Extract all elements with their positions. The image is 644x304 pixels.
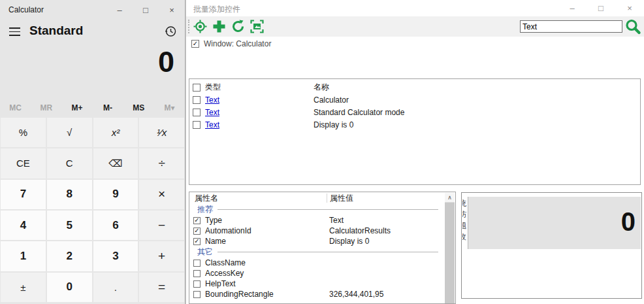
capture-region-icon[interactable]	[250, 19, 265, 34]
property-checkbox[interactable]	[193, 270, 201, 277]
section-other: 其它	[189, 246, 445, 258]
divide-button[interactable]: ÷	[139, 148, 184, 178]
memory-subtract-button[interactable]: M-	[93, 99, 123, 116]
memory-recall-button[interactable]: MR	[31, 99, 61, 116]
negate-button[interactable]: ±	[1, 273, 46, 302]
tool-titlebar: 批量添加控件 – □ ×	[186, 0, 644, 16]
hamburger-menu-icon[interactable]	[9, 27, 20, 36]
multiply-button[interactable]: ×	[139, 180, 184, 209]
memory-store-button[interactable]: MS	[123, 99, 154, 116]
reciprocal-button[interactable]: ¹⁄x	[139, 118, 184, 147]
controls-table-header: 类型 名称	[189, 81, 640, 93]
add-plus-icon[interactable]	[212, 19, 227, 34]
scroll-up-icon[interactable]	[445, 193, 455, 203]
equals-button[interactable]: =	[139, 273, 184, 302]
digit-3-button[interactable]: 3	[93, 241, 138, 271]
screen: Calculator – □ × Standard 0 MC MR M+	[0, 0, 644, 304]
clear-entry-button[interactable]: CE	[1, 148, 46, 178]
window-filter-checkbox[interactable]	[191, 40, 199, 48]
tool-window-title: 批量添加控件	[193, 4, 240, 15]
property-checkbox[interactable]	[193, 291, 201, 298]
maximize-button[interactable]: □	[587, 0, 615, 16]
clear-button[interactable]: C	[47, 148, 92, 178]
property-row: BoundingRectangle 326,344,401,95	[189, 289, 445, 299]
calculator-display: 0	[0, 42, 174, 82]
square-button[interactable]: x²	[93, 118, 138, 147]
property-row: Name Display is 0	[189, 236, 445, 246]
digit-9-button[interactable]: 9	[93, 180, 138, 209]
table-row[interactable]: Text Calculator	[189, 93, 640, 106]
search-icon[interactable]	[624, 18, 641, 35]
decimal-button[interactable]: .	[93, 273, 138, 302]
calculator-window: Calculator – □ × Standard 0 MC MR M+	[0, 0, 185, 304]
preview-clipped-text: 统 防 题 改	[462, 198, 468, 243]
row-checkbox[interactable]	[193, 109, 201, 116]
property-row: Type Text	[189, 215, 445, 226]
property-checkbox[interactable]	[193, 217, 201, 224]
table-row[interactable]: Text Standard Calculator mode	[189, 106, 640, 118]
digit-4-button[interactable]: 4	[1, 211, 46, 240]
control-type-link[interactable]: Text	[205, 95, 314, 105]
row-checkbox[interactable]	[193, 96, 201, 104]
select-all-checkbox[interactable]	[193, 84, 201, 92]
toolbar	[186, 16, 644, 37]
property-checkbox[interactable]	[193, 238, 201, 245]
minimize-button[interactable]: –	[558, 0, 587, 16]
property-row: AccessKey	[189, 268, 445, 279]
property-row: ClassName	[189, 258, 445, 268]
scrollbar[interactable]	[445, 193, 455, 303]
refresh-icon[interactable]	[231, 19, 246, 34]
property-checkbox[interactable]	[193, 228, 201, 235]
calculator-window-title: Calculator	[8, 5, 44, 14]
property-checkbox[interactable]	[193, 280, 201, 288]
property-value-column-header: 属性值	[327, 194, 445, 203]
control-type-link[interactable]: Text	[205, 108, 314, 117]
percent-button[interactable]: %	[1, 118, 46, 147]
minimize-button[interactable]: –	[106, 0, 133, 20]
search-input[interactable]	[520, 20, 622, 33]
calculator-keypad: % √ x² ¹⁄x CE C ⌫ ÷ 7 8 9 × 4 5 6 − 1 2 …	[1, 118, 184, 302]
history-icon[interactable]	[164, 25, 177, 38]
digit-5-button[interactable]: 5	[47, 211, 92, 240]
square-root-button[interactable]: √	[47, 118, 92, 147]
digit-1-button[interactable]: 1	[1, 241, 46, 271]
control-name: Display is 0	[314, 120, 640, 129]
toolbar-gripper[interactable]	[188, 20, 189, 33]
calculator-titlebar: Calculator – □ ×	[0, 0, 185, 20]
control-type-link[interactable]: Text	[205, 120, 314, 129]
close-button[interactable]: ×	[615, 0, 644, 16]
property-checkbox[interactable]	[193, 260, 201, 267]
calculator-nav: Standard	[0, 22, 185, 42]
memory-clear-button[interactable]: MC	[0, 99, 31, 116]
control-name: Calculator	[314, 95, 640, 105]
backspace-button[interactable]: ⌫	[93, 148, 138, 178]
digit-0-button[interactable]: 0	[47, 273, 92, 302]
digit-8-button[interactable]: 8	[47, 180, 92, 209]
batch-add-controls-window: 批量添加控件 – □ ×	[185, 0, 644, 304]
property-name-column-header: 属性名	[189, 193, 327, 204]
section-recommended: 推荐	[189, 204, 445, 215]
locate-target-icon[interactable]	[193, 19, 208, 34]
type-column-header: 类型	[205, 82, 314, 93]
properties-panel: 属性名 属性值 推荐 Type Text AutomationId Calcul…	[189, 192, 456, 304]
row-checkbox[interactable]	[193, 121, 201, 129]
digit-2-button[interactable]: 2	[47, 241, 92, 271]
digit-6-button[interactable]: 6	[93, 211, 138, 240]
maximize-button[interactable]: □	[133, 0, 159, 20]
calculator-mode-label: Standard	[29, 24, 83, 38]
memory-flyout-button[interactable]: M▾	[154, 99, 185, 116]
element-preview-panel: 统 防 题 改 0	[461, 192, 642, 299]
add-button[interactable]: +	[139, 241, 184, 271]
close-button[interactable]: ×	[159, 0, 185, 20]
property-row: HelpText	[189, 279, 445, 289]
controls-table: 类型 名称 Text Calculator Text Standard Calc…	[189, 78, 641, 185]
name-column-header: 名称	[314, 82, 640, 93]
digit-7-button[interactable]: 7	[1, 180, 46, 209]
captured-display-value: 0	[468, 197, 641, 246]
memory-add-button[interactable]: M+	[61, 99, 92, 116]
subtract-button[interactable]: −	[139, 211, 184, 240]
window-filter-label: Window: Calculator	[204, 39, 271, 48]
table-row[interactable]: Text Display is 0	[189, 118, 640, 131]
properties-header: 属性名 属性值	[189, 192, 445, 204]
window-filter-row: Window: Calculator	[191, 39, 271, 48]
